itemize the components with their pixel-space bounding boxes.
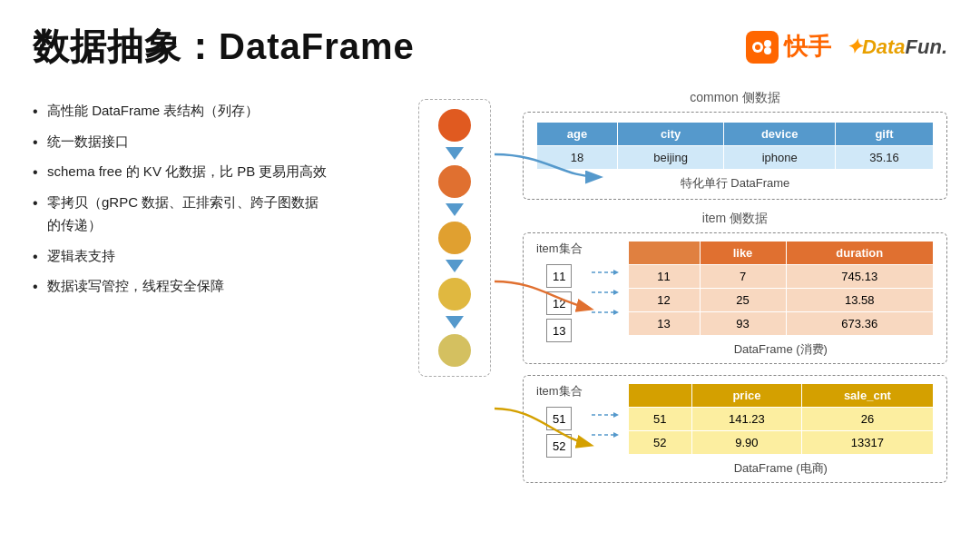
- section-common: common 侧数据 age city device gift: [523, 90, 947, 200]
- r1-like: 7: [700, 265, 786, 289]
- item1-table: like duration 11 7 745.13: [628, 241, 934, 336]
- page-title: 数据抽象：DataFrame: [33, 22, 415, 72]
- arrow-4: [446, 316, 464, 329]
- val-age: 18: [537, 146, 618, 170]
- logo-kuaishou: 快手: [746, 31, 831, 64]
- dash-svg-3: [592, 308, 619, 317]
- s2-id: 52: [628, 431, 691, 455]
- bullet-6: 数据读写管控，线程安全保障: [33, 274, 396, 298]
- bullet-5: 逻辑表支持: [33, 244, 396, 268]
- r2-duration: 13.58: [786, 289, 934, 312]
- common-sub-label: 特化单行 DataFrame: [536, 175, 934, 192]
- common-table-header-row: age city device gift: [537, 123, 934, 146]
- r3-like: 93: [700, 312, 786, 336]
- item2-row-1: 51 141.23 26: [628, 408, 933, 431]
- item1-sub-label: DataFrame (消费): [628, 341, 934, 358]
- dash-svg-2: [592, 288, 619, 297]
- svg-point-2: [764, 40, 771, 47]
- val-gift: 35.16: [836, 146, 934, 170]
- datafun-text: Data: [862, 35, 906, 58]
- val-device: iphone: [724, 146, 836, 170]
- item1-id-list: 11 12 13: [546, 264, 572, 342]
- common-table: age city device gift 18 beijing iphone: [536, 122, 934, 170]
- item2-table-area: price sale_cnt 51 141.23 26: [628, 383, 934, 477]
- header: 数据抽象：DataFrame 快手 ✦DataFun.: [33, 22, 947, 72]
- left-panel: 高性能 DataFrame 表结构（列存） 统一数据接口 schema free…: [33, 90, 396, 542]
- item1-inner: item集合 11 12 13: [536, 241, 934, 358]
- pipeline-area: [396, 90, 514, 542]
- circle-5: [438, 334, 471, 367]
- col-city: city: [617, 123, 723, 146]
- dashed-arr-3: [592, 308, 619, 317]
- dash-svg-5: [592, 430, 619, 439]
- svg-marker-9: [613, 310, 619, 315]
- col-gift: gift: [836, 123, 934, 146]
- circle-1: [438, 109, 471, 142]
- dashed-arr-4: [592, 410, 619, 419]
- item1-dashed-box: item集合 11 12 13: [523, 232, 947, 364]
- r3-duration: 673.36: [786, 312, 934, 336]
- item2-row-2: 52 9.90 13317: [628, 431, 933, 455]
- svg-marker-7: [613, 290, 619, 295]
- item2-id-list: 51 52: [546, 407, 572, 458]
- col-duration: duration: [786, 242, 934, 265]
- circle-2: [438, 165, 471, 198]
- arrow-2: [446, 203, 464, 216]
- item2-sub-label: DataFrame (电商): [628, 460, 934, 477]
- id-box-52: 52: [546, 434, 572, 458]
- logos-area: 快手 ✦DataFun.: [746, 31, 947, 64]
- id-box-11: 11: [546, 264, 572, 288]
- pipeline-box: [418, 99, 491, 377]
- col-age: age: [537, 123, 618, 146]
- item1-set-label: item集合: [536, 241, 583, 257]
- common-label: common 侧数据: [523, 90, 947, 106]
- s1-price: 141.23: [692, 408, 802, 431]
- r3-id: 13: [628, 312, 700, 336]
- dashed-arr-5: [592, 430, 619, 439]
- datafun-icon: ✦: [846, 35, 862, 58]
- common-dashed-box: age city device gift 18 beijing iphone: [523, 112, 947, 200]
- page: 数据抽象：DataFrame 快手 ✦DataFun.: [0, 0, 980, 552]
- item1-row-3: 13 93 673.36: [628, 312, 933, 336]
- bullet-1: 高性能 DataFrame 表结构（列存）: [33, 99, 396, 123]
- item2-set-area: item集合 51 52: [536, 383, 583, 458]
- dashed-arr-1: [592, 268, 619, 277]
- id-box-13: 13: [546, 319, 572, 342]
- section-item2: item集合 51 52: [523, 375, 947, 483]
- r2-id: 12: [628, 289, 700, 312]
- r1-id: 11: [628, 265, 700, 289]
- svg-marker-13: [613, 432, 619, 438]
- col-empty2: [628, 384, 691, 408]
- item-label: item 侧数据: [523, 211, 947, 227]
- arrow-3: [446, 260, 464, 272]
- section-item1: item 侧数据 item集合 11 12 13: [523, 211, 947, 364]
- item1-row-2: 12 25 13.58: [628, 289, 933, 312]
- common-table-data-row: 18 beijing iphone 35.16: [537, 146, 934, 170]
- dash-svg-4: [592, 410, 619, 419]
- circle-4: [438, 278, 471, 310]
- item2-arrows: [592, 383, 619, 439]
- r1-duration: 745.13: [786, 265, 934, 289]
- item2-dashed-box: item集合 51 52: [523, 375, 947, 483]
- arrow-1: [446, 147, 464, 160]
- main-content: 高性能 DataFrame 表结构（列存） 统一数据接口 schema free…: [33, 90, 947, 542]
- dash-svg-1: [592, 268, 619, 277]
- item1-arrows: [592, 241, 619, 317]
- logo-datafun: ✦DataFun.: [846, 35, 947, 59]
- bullet-3: schema free 的 KV 化数据，比 PB 更易用高效: [33, 160, 396, 183]
- s1-sale: 26: [801, 408, 933, 431]
- dashed-arr-2: [592, 288, 619, 297]
- kuaishou-svg: [750, 34, 775, 60]
- item2-set-label: item集合: [536, 383, 583, 399]
- svg-marker-5: [613, 270, 619, 275]
- circle-3: [438, 222, 471, 254]
- id-box-51: 51: [546, 407, 572, 430]
- id-box-12: 12: [546, 291, 572, 315]
- bullet-list: 高性能 DataFrame 表结构（列存） 统一数据接口 schema free…: [33, 99, 396, 298]
- col-sale-cnt: sale_cnt: [801, 384, 933, 408]
- bullet-2: 统一数据接口: [33, 130, 396, 153]
- right-panel: common 侧数据 age city device gift: [514, 90, 947, 542]
- s2-price: 9.90: [692, 431, 802, 455]
- s1-id: 51: [628, 408, 691, 431]
- svg-point-1: [755, 44, 760, 50]
